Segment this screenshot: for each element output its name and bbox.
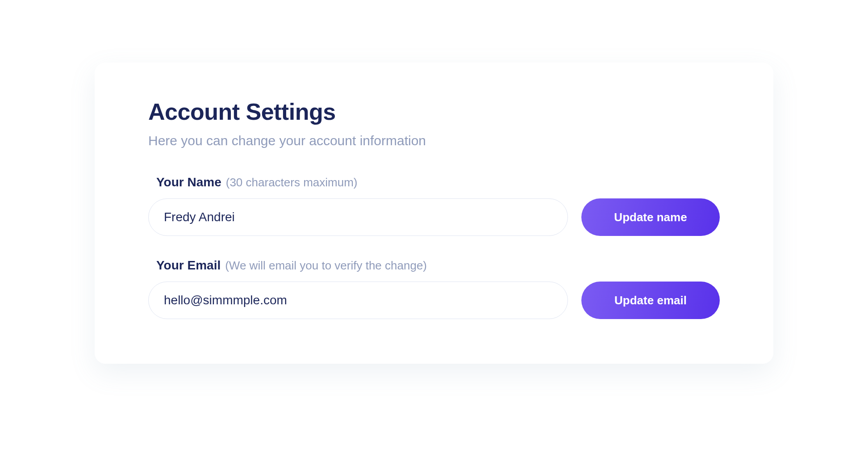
email-input-row: Update email — [148, 282, 720, 319]
account-settings-card: Account Settings Here you can change you… — [95, 63, 773, 364]
email-label-row: Your Email (We will email you to verify … — [148, 258, 720, 273]
email-field-group: Your Email (We will email you to verify … — [148, 258, 720, 319]
page-title: Account Settings — [148, 98, 720, 125]
update-name-button[interactable]: Update name — [581, 198, 720, 236]
update-email-button[interactable]: Update email — [581, 282, 720, 319]
name-input[interactable] — [148, 198, 568, 236]
name-hint: (30 characters maximum) — [226, 176, 358, 189]
name-label: Your Name — [156, 175, 221, 189]
email-label: Your Email — [156, 258, 221, 273]
email-input[interactable] — [148, 282, 568, 319]
name-label-row: Your Name (30 characters maximum) — [148, 175, 720, 189]
page-subtitle: Here you can change your account informa… — [148, 133, 720, 148]
name-field-group: Your Name (30 characters maximum) Update… — [148, 175, 720, 236]
name-input-row: Update name — [148, 198, 720, 236]
email-hint: (We will email you to verify the change) — [225, 259, 427, 273]
